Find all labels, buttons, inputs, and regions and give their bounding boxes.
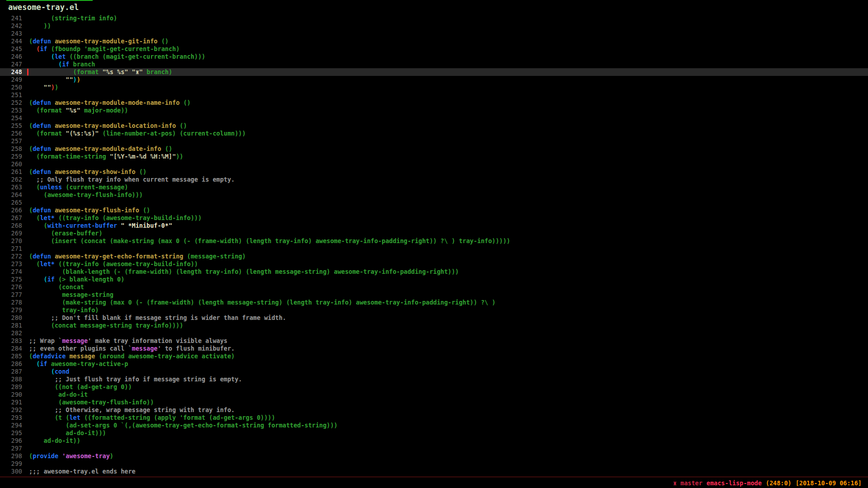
code-text xyxy=(22,199,29,206)
code-line[interactable]: 276 (concat xyxy=(0,283,868,291)
code-line[interactable]: 259 (format-time-string "[%Y-%m-%d %H:%M… xyxy=(0,153,868,160)
code-line[interactable]: 282 xyxy=(0,329,868,337)
code-line[interactable]: 260 xyxy=(0,160,868,168)
code-line[interactable]: 296 ad-do-it)) xyxy=(0,437,868,445)
line-number: 269 xyxy=(0,230,22,237)
code-line[interactable]: 263 (unless (current-message) xyxy=(0,183,868,191)
code-line[interactable]: 281 (concat message-string tray-info)))) xyxy=(0,322,868,329)
line-number: 255 xyxy=(0,122,22,130)
line-number: 270 xyxy=(0,237,22,245)
code-line[interactable]: 249 "")) xyxy=(0,76,868,84)
code-line[interactable]: 290 ad-do-it xyxy=(0,391,868,399)
code-line[interactable]: 293 (t (let ((formatted-string (apply 'f… xyxy=(0,414,868,422)
code-text: message-string xyxy=(22,291,113,299)
code-line[interactable]: 297 xyxy=(0,445,868,452)
code-line[interactable]: 265 xyxy=(0,199,868,206)
code-line[interactable]: 273 (let* ((tray-info (awesome-tray-buil… xyxy=(0,260,868,268)
code-line[interactable]: 264 (awesome-tray-flush-info))) xyxy=(0,191,868,199)
code-line[interactable]: 251 xyxy=(0,91,868,99)
code-text: tray-info) xyxy=(22,306,99,314)
line-number: 300 xyxy=(0,468,22,475)
code-line[interactable]: 299 xyxy=(0,460,868,468)
code-text: (blank-length (- (frame-width) (length t… xyxy=(22,268,459,276)
code-line[interactable]: 244(defun awesome-tray-module-git-info (… xyxy=(0,38,868,45)
code-text: (format "%s" major-mode)) xyxy=(22,107,128,114)
code-line[interactable]: 246 (let ((branch (magit-get-current-bra… xyxy=(0,53,868,61)
line-number: 260 xyxy=(0,160,22,168)
code-line[interactable]: 253 (format "%s" major-mode)) xyxy=(0,107,868,114)
code-line[interactable]: 272(defun awesome-tray-get-echo-format-s… xyxy=(0,253,868,260)
code-line[interactable]: 289 ((not (ad-get-arg 0)) xyxy=(0,383,868,391)
code-text: (let* ((tray-info (awesome-tray-build-in… xyxy=(22,260,198,268)
code-line[interactable]: 280 ;; Don't fill blank if message strin… xyxy=(0,314,868,322)
code-text: (erase-buffer) xyxy=(22,230,103,237)
code-line[interactable]: 255(defun awesome-tray-module-location-i… xyxy=(0,122,868,130)
line-number: 288 xyxy=(0,375,22,383)
code-line[interactable]: 258(defun awesome-tray-module-date-info … xyxy=(0,145,868,153)
code-line[interactable]: 269 (erase-buffer) xyxy=(0,230,868,237)
code-editor[interactable]: 241 (string-trim info)242 ))243244(defun… xyxy=(0,14,868,475)
line-number: 250 xyxy=(0,84,22,91)
code-line[interactable]: 286 (if awesome-tray-active-p xyxy=(0,360,868,368)
code-line[interactable]: 243 xyxy=(0,30,868,38)
code-line[interactable]: 295 ad-do-it))) xyxy=(0,429,868,437)
code-text xyxy=(22,91,29,99)
code-line[interactable]: 300;;; awesome-tray.el ends here xyxy=(0,468,868,475)
line-number: 252 xyxy=(0,99,22,107)
code-line[interactable]: 245 (if (fboundp 'magit-get-current-bran… xyxy=(0,45,868,53)
code-line[interactable]: 278 (make-string (max 0 (- (frame-width)… xyxy=(0,299,868,306)
line-number: 263 xyxy=(0,183,22,191)
code-line[interactable]: 266(defun awesome-tray-flush-info () xyxy=(0,206,868,214)
code-text: "")) xyxy=(22,84,58,91)
code-line[interactable]: 287 (cond xyxy=(0,368,868,375)
code-line[interactable]: 268 (with-current-buffer " *Minibuf-0*" xyxy=(0,222,868,230)
code-line[interactable]: 285(defadvice message (around awesome-tr… xyxy=(0,352,868,360)
code-line[interactable]: 261(defun awesome-tray-show-info () xyxy=(0,168,868,176)
code-line[interactable]: 294 (ad-set-args 0 `(,(awesome-tray-get-… xyxy=(0,422,868,429)
code-line[interactable]: 252(defun awesome-tray-module-mode-name-… xyxy=(0,99,868,107)
line-number: 281 xyxy=(0,322,22,329)
line-number: 285 xyxy=(0,352,22,360)
code-text: (if (fboundp 'magit-get-current-branch) xyxy=(22,45,179,53)
code-text xyxy=(22,460,29,468)
code-line[interactable]: 284;; even other plugins call `message' … xyxy=(0,345,868,352)
code-line[interactable]: 274 (blank-length (- (frame-width) (leng… xyxy=(0,268,868,276)
code-line[interactable]: 298(provide 'awesome-tray) xyxy=(0,452,868,460)
buffer-tab[interactable]: awesome-tray.el xyxy=(6,0,93,12)
line-number: 258 xyxy=(0,145,22,153)
code-text: ;; even other plugins call `message' to … xyxy=(22,345,235,352)
code-text: (insert (concat (make-string (max 0 (- (… xyxy=(22,237,510,245)
code-text: (defadvice message (around awesome-tray-… xyxy=(22,352,235,360)
code-text: (string-trim info) xyxy=(22,14,117,22)
line-number: 279 xyxy=(0,306,22,314)
code-line[interactable]: 283;; Wrap `message' make tray informati… xyxy=(0,337,868,345)
tray-git: ♜ master xyxy=(673,479,703,487)
code-line[interactable]: 288 ;; Just flush tray info if message s… xyxy=(0,375,868,383)
code-text: (make-string (max 0 (- (frame-width) (le… xyxy=(22,299,495,306)
code-text: (ad-set-args 0 `(,(awesome-tray-get-echo… xyxy=(22,422,338,429)
code-line[interactable]: 250 "")) xyxy=(0,84,868,91)
line-number: 246 xyxy=(0,53,22,61)
line-number: 267 xyxy=(0,214,22,222)
code-line[interactable]: 257 xyxy=(0,137,868,145)
line-number: 242 xyxy=(0,22,22,30)
code-line[interactable]: 267 (let* ((tray-info (awesome-tray-buil… xyxy=(0,214,868,222)
code-line[interactable]: 275 (if (> blank-length 0) xyxy=(0,276,868,283)
line-number: 298 xyxy=(0,452,22,460)
line-number: 247 xyxy=(0,61,22,68)
code-text: (format-time-string "[%Y-%m-%d %H:%M]")) xyxy=(22,153,183,160)
code-line[interactable]: 254 xyxy=(0,114,868,122)
code-line[interactable]: 242 )) xyxy=(0,22,868,30)
code-line[interactable]: 247 (if branch xyxy=(0,61,868,68)
code-text: (if (> blank-length 0) xyxy=(22,276,124,283)
code-line[interactable]: 256 (format "(%s:%s)" (line-number-at-po… xyxy=(0,130,868,137)
code-line[interactable]: 248 (format "%s %s" "♜" branch) xyxy=(0,68,868,76)
code-line[interactable]: 279 tray-info) xyxy=(0,306,868,314)
code-line[interactable]: 271 xyxy=(0,245,868,253)
code-line[interactable]: 291 (awesome-tray-flush-info)) xyxy=(0,399,868,406)
code-line[interactable]: 241 (string-trim info) xyxy=(0,14,868,22)
code-line[interactable]: 270 (insert (concat (make-string (max 0 … xyxy=(0,237,868,245)
code-line[interactable]: 277 message-string xyxy=(0,291,868,299)
code-line[interactable]: 292 ;; Otherwise, wrap message string wi… xyxy=(0,406,868,414)
code-line[interactable]: 262 ;; Only flush tray info when current… xyxy=(0,176,868,183)
